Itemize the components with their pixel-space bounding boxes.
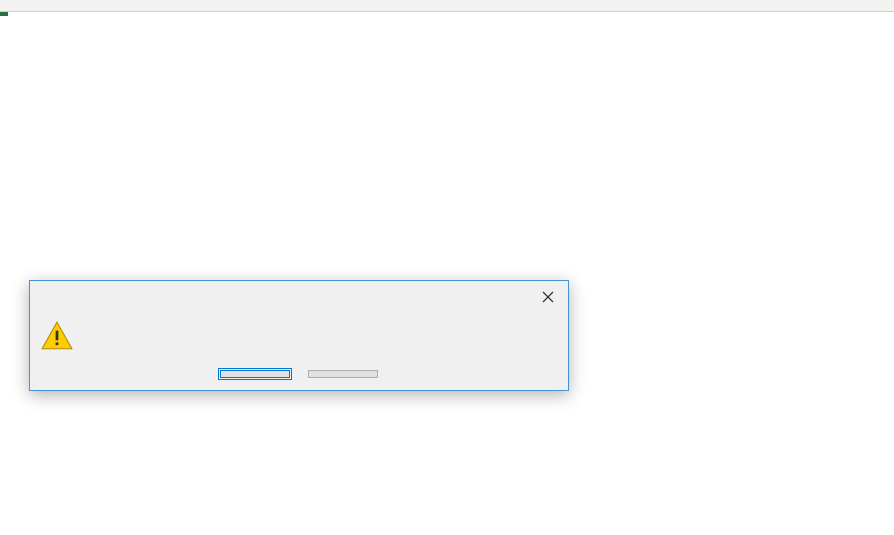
close-icon[interactable] bbox=[538, 287, 558, 307]
ok-button[interactable] bbox=[220, 370, 290, 378]
error-dialog bbox=[29, 280, 569, 391]
ribbon-group-labels bbox=[0, 0, 894, 12]
active-cell[interactable] bbox=[0, 12, 8, 16]
svg-rect-1 bbox=[56, 342, 59, 345]
warning-icon bbox=[40, 319, 76, 356]
dialog-text bbox=[88, 319, 554, 356]
svg-rect-0 bbox=[56, 331, 59, 341]
help-button[interactable] bbox=[308, 370, 378, 378]
